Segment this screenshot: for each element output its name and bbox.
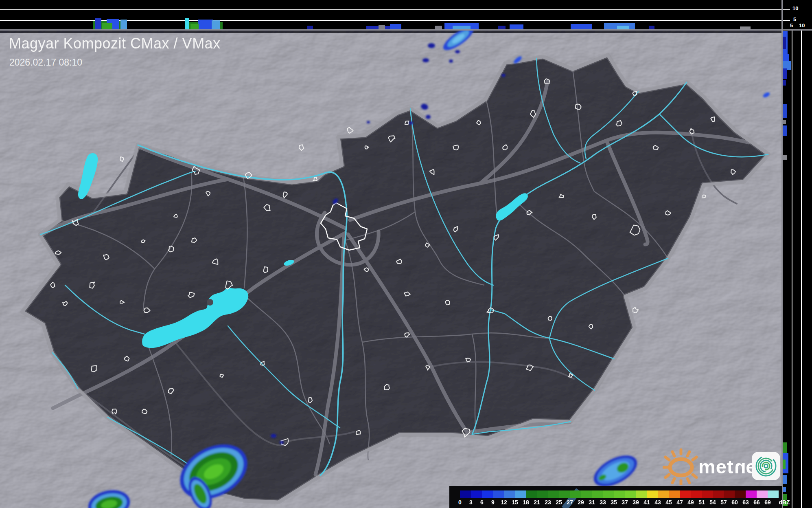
right-profile-gridline-5km <box>792 29 792 508</box>
dbz-cell-23 <box>548 490 559 498</box>
dbz-cell-69 <box>768 490 779 498</box>
dbz-tick: 23 <box>543 499 553 506</box>
vertical-axis-label-10: 10 <box>792 6 798 11</box>
profile-echo <box>120 20 127 29</box>
profile-echo <box>453 26 471 29</box>
radar-echo-layer <box>455 50 460 53</box>
profile-echo <box>783 442 787 453</box>
radar-echo <box>455 50 460 53</box>
dbz-tick: 66 <box>751 499 762 506</box>
dbz-tick: 0 <box>455 499 465 506</box>
radar-echo <box>280 441 284 444</box>
dbz-cell-63 <box>746 490 757 498</box>
metnet-logo: metnet <box>663 448 781 485</box>
dbz-cell-49 <box>691 490 702 498</box>
sun-icon <box>663 448 699 485</box>
dbz-tick: 47 <box>674 499 685 506</box>
tihany-notch <box>207 299 213 306</box>
radar-echo <box>428 43 435 48</box>
dbz-tick: 63 <box>740 499 751 506</box>
profile-echo <box>95 18 101 29</box>
dbz-cell-41 <box>647 490 658 498</box>
radar-echo-layer <box>409 121 413 125</box>
dbz-cell-9 <box>493 490 504 498</box>
dbz-tick: 27 <box>565 499 575 506</box>
dbz-colorbar <box>460 490 779 498</box>
profile-echo <box>783 155 787 160</box>
dbz-tick: 43 <box>652 499 663 506</box>
dbz-cell-12 <box>504 490 515 498</box>
top-profile-gridline-10km <box>0 9 781 10</box>
profile-echo <box>783 80 786 86</box>
profile-echo <box>510 24 523 29</box>
right-height-profile <box>781 29 812 508</box>
dbz-cell-18 <box>526 490 537 498</box>
profile-echo <box>435 26 442 29</box>
dbz-cell-37 <box>625 490 636 498</box>
wordmark-part2-mirrored: n <box>734 455 746 478</box>
profile-echo <box>366 26 390 29</box>
profile-echo <box>649 26 654 29</box>
corner-tick-5 <box>783 20 790 21</box>
dbz-tick: 12 <box>499 499 509 506</box>
radar-screen: 10 5 5 10 Magyar Kompozit CMax / VMax 20… <box>0 0 812 508</box>
profile-echo <box>783 487 786 492</box>
dbz-cell-60 <box>735 490 746 498</box>
dbz-cell-25 <box>559 490 570 498</box>
profile-echo <box>102 23 112 29</box>
dbz-tick: 29 <box>576 499 586 506</box>
profile-echo <box>783 68 787 79</box>
dbz-tick: 49 <box>685 499 696 506</box>
dbz-tick: 54 <box>707 499 718 506</box>
right-profile-gridline-10km <box>801 29 802 508</box>
profile-echo <box>783 120 786 124</box>
radar-echo-layer <box>367 121 370 123</box>
dbz-tick: 60 <box>729 499 740 506</box>
profile-echo <box>571 24 592 29</box>
dbz-tick: 57 <box>718 499 729 506</box>
hungary-radar-map <box>0 0 812 508</box>
profile-echo <box>379 25 385 29</box>
profile-echo <box>307 26 313 29</box>
profile-axes-corner: 10 5 5 10 <box>781 0 812 31</box>
dbz-cell-15 <box>515 490 526 498</box>
dbz-tick: 45 <box>663 499 674 506</box>
dbz-tick: 39 <box>630 499 641 506</box>
radar-echo <box>422 58 429 62</box>
radar-echo-layer <box>426 115 431 119</box>
dbz-cell-54 <box>713 490 724 498</box>
wordmark-part1: met <box>698 455 734 478</box>
dbz-tick: 35 <box>608 499 619 506</box>
dbz-cell-3 <box>471 490 482 498</box>
dbz-cell-29 <box>581 490 592 498</box>
profile-echo <box>190 24 199 29</box>
dbz-cell-27 <box>570 490 581 498</box>
profile-echo <box>783 125 787 136</box>
corner-tick-10 <box>783 9 790 10</box>
dbz-tick: 18 <box>521 499 531 506</box>
horizontal-axis-label-10: 10 <box>799 23 805 28</box>
radar-echo <box>426 115 431 119</box>
radar-echo <box>449 59 453 63</box>
dbz-tick: 41 <box>641 499 652 506</box>
dbz-cell-39 <box>636 490 647 498</box>
radar-echo <box>501 74 506 77</box>
top-height-profile <box>0 0 781 31</box>
dbz-tick: 6 <box>477 499 487 506</box>
profile-echo <box>783 37 786 49</box>
dbz-cell-45 <box>669 490 680 498</box>
dbz-tick: 37 <box>619 499 630 506</box>
dbz-cell-66 <box>757 490 768 498</box>
profile-echo <box>740 26 751 29</box>
dbz-tick: 15 <box>510 499 520 506</box>
dbz-cell-6 <box>482 490 493 498</box>
metnet-app-icon <box>751 451 781 481</box>
profile-echo <box>617 26 629 29</box>
profile-echo <box>390 24 401 29</box>
profile-echo <box>198 20 213 29</box>
profile-echo <box>212 20 220 29</box>
dbz-cell-0 <box>460 490 471 498</box>
radar-echo-layer <box>428 43 435 48</box>
radar-echo-layer <box>501 74 506 77</box>
dbz-cell-51 <box>702 490 713 498</box>
